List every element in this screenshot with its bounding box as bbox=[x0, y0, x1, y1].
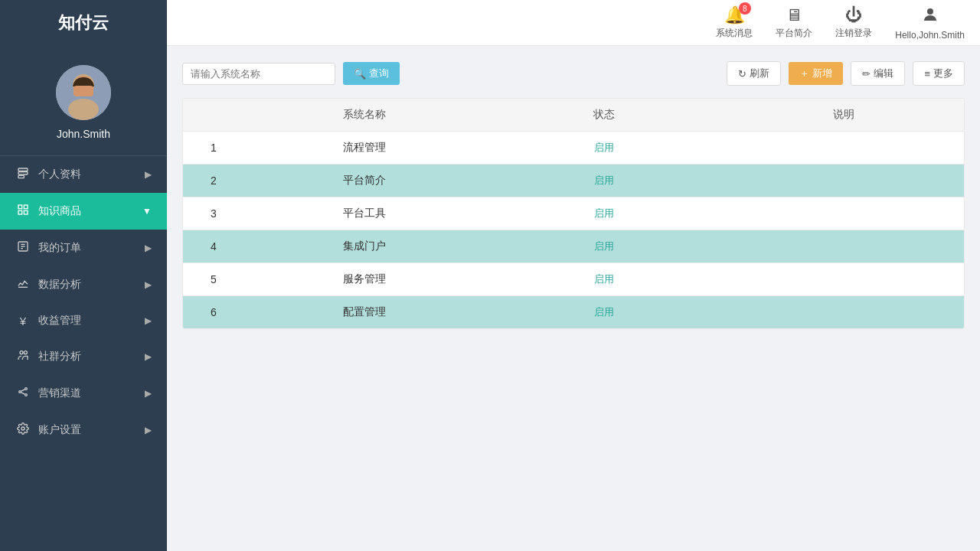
table-body: 1 流程管理 启用 2 平台简介 启用 3 平台工具 启用 4 集成门户 启用 bbox=[183, 132, 964, 328]
sidebar-item-personal-info[interactable]: 个人资料 ▶ bbox=[0, 156, 167, 193]
sidebar-item-marketing-channels[interactable]: 营销渠道 ▶ bbox=[0, 375, 167, 412]
edit-icon: ✏ bbox=[862, 68, 871, 80]
chevron-down-icon-1: ▼ bbox=[142, 206, 152, 217]
user-hello-label: Hello,John.Smith bbox=[895, 30, 965, 41]
platform-intro-button[interactable]: 🖥 平台简介 bbox=[776, 5, 812, 40]
cell-status: 启用 bbox=[484, 165, 724, 197]
svg-point-20 bbox=[19, 391, 21, 393]
more-icon: ≡ bbox=[924, 68, 930, 80]
col-num bbox=[183, 99, 244, 131]
sidebar-item-data-analysis[interactable]: 数据分析 ▶ bbox=[0, 266, 167, 303]
svg-rect-9 bbox=[18, 205, 22, 209]
cell-num: 1 bbox=[183, 132, 244, 164]
col-note: 说明 bbox=[724, 99, 964, 131]
cell-num: 3 bbox=[183, 197, 244, 230]
table-header: 系统名称 状态 说明 bbox=[183, 99, 964, 132]
refresh-button[interactable]: ↻ 刷新 bbox=[727, 61, 781, 86]
sidebar-item-revenue-mgmt-label: 收益管理 bbox=[38, 314, 81, 328]
status-badge: 启用 bbox=[594, 141, 614, 155]
cell-name: 平台简介 bbox=[244, 165, 484, 197]
user-hello-button[interactable]: Hello,John.Smith bbox=[895, 5, 965, 41]
nav-menu: 个人资料 ▶ 知识商品 ▼ 我的 bbox=[0, 156, 167, 551]
cell-num: 6 bbox=[183, 296, 244, 328]
my-orders-icon bbox=[15, 240, 31, 256]
settings-icon bbox=[15, 422, 31, 438]
knowledge-goods-icon bbox=[15, 204, 31, 219]
sidebar-item-knowledge-goods[interactable]: 知识商品 ▼ bbox=[0, 193, 167, 230]
svg-point-21 bbox=[25, 388, 28, 390]
cell-status: 启用 bbox=[484, 263, 724, 295]
logout-label: 注销登录 bbox=[835, 27, 872, 40]
monitor-icon: 🖥 bbox=[786, 5, 802, 25]
system-msg-label: 系统消息 bbox=[716, 27, 753, 40]
status-badge: 启用 bbox=[594, 240, 614, 253]
cell-num: 5 bbox=[183, 263, 244, 295]
sidebar-item-knowledge-goods-label: 知识商品 bbox=[38, 204, 81, 218]
table-row[interactable]: 6 配置管理 启用 bbox=[183, 296, 964, 328]
sidebar-item-my-orders[interactable]: 我的订单 ▶ bbox=[0, 230, 167, 266]
col-status: 状态 bbox=[484, 99, 724, 131]
chevron-right-icon-6: ▶ bbox=[145, 388, 152, 399]
data-table: 系统名称 状态 说明 1 流程管理 启用 2 平台简介 启用 3 平台工具 启用 bbox=[182, 98, 965, 329]
svg-rect-8 bbox=[18, 175, 24, 178]
logo: 知付云 bbox=[0, 0, 167, 46]
revenue-icon: ¥ bbox=[15, 315, 31, 328]
cell-name: 流程管理 bbox=[244, 132, 484, 164]
edit-button[interactable]: ✏ 编辑 bbox=[851, 61, 905, 86]
sidebar-item-account-settings[interactable]: 账户设置 ▶ bbox=[0, 412, 167, 448]
svg-rect-5 bbox=[74, 86, 93, 96]
svg-line-23 bbox=[21, 390, 24, 392]
marketing-icon bbox=[15, 386, 31, 401]
svg-point-18 bbox=[20, 351, 23, 354]
svg-rect-11 bbox=[18, 210, 22, 214]
search-input[interactable] bbox=[182, 63, 335, 85]
svg-line-24 bbox=[21, 393, 24, 395]
sidebar-item-community-analysis[interactable]: 社群分析 ▶ bbox=[0, 338, 167, 375]
sidebar-item-revenue-mgmt[interactable]: ¥ 收益管理 ▶ bbox=[0, 303, 167, 338]
table-row[interactable]: 4 集成门户 启用 bbox=[183, 230, 964, 263]
cell-note bbox=[724, 197, 964, 230]
main-content: 🔍 查询 ↻ 刷新 ＋ 新增 ✏ 编辑 ≡ 更多 bbox=[167, 46, 980, 551]
svg-point-0 bbox=[927, 8, 933, 15]
svg-point-22 bbox=[25, 394, 28, 396]
community-icon bbox=[15, 349, 31, 364]
status-badge: 启用 bbox=[594, 207, 614, 220]
svg-rect-10 bbox=[24, 205, 28, 209]
chevron-right-icon-5: ▶ bbox=[145, 351, 152, 362]
cell-note bbox=[724, 165, 964, 197]
more-button[interactable]: ≡ 更多 bbox=[913, 61, 965, 86]
msg-badge: 8 bbox=[739, 2, 751, 15]
cell-name: 集成门户 bbox=[244, 230, 484, 262]
chevron-right-icon-4: ▶ bbox=[145, 315, 152, 326]
cell-note bbox=[724, 132, 964, 164]
chevron-right-icon-3: ▶ bbox=[145, 279, 152, 290]
cell-name: 服务管理 bbox=[244, 263, 484, 295]
svg-rect-6 bbox=[18, 168, 28, 171]
svg-point-19 bbox=[24, 351, 27, 354]
table-row[interactable]: 3 平台工具 启用 bbox=[183, 197, 964, 230]
svg-rect-12 bbox=[24, 210, 28, 214]
chevron-right-icon-2: ▶ bbox=[145, 243, 152, 253]
sidebar-item-my-orders-label: 我的订单 bbox=[38, 241, 81, 255]
status-badge: 启用 bbox=[594, 305, 614, 319]
toolbar: 🔍 查询 ↻ 刷新 ＋ 新增 ✏ 编辑 ≡ 更多 bbox=[182, 61, 965, 86]
cell-num: 2 bbox=[183, 165, 244, 197]
logout-button[interactable]: ⏻ 注销登录 bbox=[835, 5, 872, 40]
power-icon: ⏻ bbox=[845, 5, 862, 25]
cell-status: 启用 bbox=[484, 132, 724, 164]
add-button[interactable]: ＋ 新增 bbox=[789, 62, 843, 85]
svg-point-25 bbox=[21, 427, 24, 430]
cell-note bbox=[724, 296, 964, 328]
system-msg-button[interactable]: 🔔 8 系统消息 bbox=[716, 5, 753, 40]
table-row[interactable]: 2 平台简介 启用 bbox=[183, 165, 964, 197]
cell-status: 启用 bbox=[484, 230, 724, 262]
add-icon: ＋ bbox=[799, 67, 809, 80]
cell-num: 4 bbox=[183, 230, 244, 262]
table-row[interactable]: 1 流程管理 启用 bbox=[183, 132, 964, 165]
personal-info-icon bbox=[15, 167, 31, 182]
top-header: 知付云 🔔 8 系统消息 🖥 平台简介 ⏻ 注销登录 Hello,John.Sm… bbox=[0, 0, 980, 46]
table-row[interactable]: 5 服务管理 启用 bbox=[183, 263, 964, 296]
search-button[interactable]: 🔍 查询 bbox=[343, 62, 400, 85]
cell-note bbox=[724, 230, 964, 262]
user-icon bbox=[921, 5, 939, 28]
